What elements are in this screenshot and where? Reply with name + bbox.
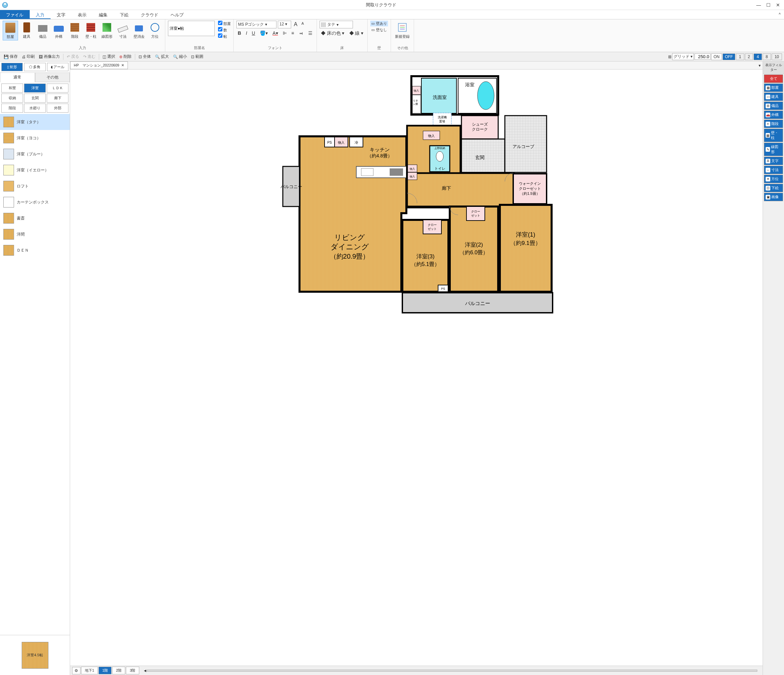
font-shrink-button[interactable]: A — [300, 21, 305, 28]
shape-tab-arc[interactable]: ◖ アール — [47, 63, 68, 71]
register-new-button[interactable]: 新規登録 — [394, 21, 411, 40]
canvas[interactable]: バルコニー PS 物入 冷 キッチン （約4.8畳） リビング ダイニング （約… — [70, 70, 763, 666]
wall-with-option[interactable]: ▭壁あり — [370, 21, 388, 27]
room-name-input[interactable] — [168, 21, 215, 36]
filter-dimension[interactable]: ↔寸法 — [764, 166, 783, 174]
filter-exterior[interactable]: 🚗外構 — [764, 111, 783, 119]
filter-fixture[interactable]: ▭建具 — [764, 93, 783, 101]
underline-button[interactable]: U — [250, 30, 257, 36]
level-2-button[interactable]: 2 — [745, 53, 753, 60]
align-center-button[interactable]: ≡ — [290, 30, 296, 36]
redo-button[interactable]: ↷進む — [81, 53, 97, 60]
roomtype-storage[interactable]: 収納 — [2, 94, 23, 103]
document-tab[interactable]: HP マンション_20220609 ✕ — [70, 61, 128, 69]
font-grow-button[interactable]: A — [292, 21, 299, 28]
floor-color-button[interactable]: ◆ 床の色 ▾ — [320, 30, 346, 37]
slider-left-icon[interactable]: ◄ — [143, 668, 147, 673]
document-tab-close[interactable]: ✕ — [121, 63, 124, 67]
menu-tab-text[interactable]: 文字 — [51, 10, 72, 19]
level-10-button[interactable]: 10 — [772, 53, 782, 60]
save-button[interactable]: 💾保存 — [2, 53, 19, 60]
filter-wall[interactable]: ▦壁・柱 — [764, 129, 783, 142]
ribbon-wallerase-button[interactable]: 壁消去 — [132, 21, 146, 40]
grid-off-toggle[interactable]: OFF — [723, 53, 735, 60]
filter-underlay[interactable]: ⊡下絵 — [764, 184, 783, 192]
menu-tab-cloud[interactable]: クラウド — [135, 10, 165, 19]
menu-tab-input[interactable]: 入力 — [30, 10, 51, 19]
floor-tab-b1[interactable]: 地下1 — [81, 667, 98, 674]
bold-button[interactable]: B — [236, 30, 243, 36]
floor-tab-3f[interactable]: 3階 — [126, 667, 139, 674]
filter-furniture[interactable]: ⊞備品 — [764, 101, 783, 110]
font-family-select[interactable]: MS Pゴシック ▾ — [236, 21, 277, 28]
expand-ribbon-button[interactable]: ^ — [775, 10, 784, 19]
check-jou[interactable]: 帖 — [218, 33, 231, 39]
roomtype-genkan[interactable]: 玄関 — [24, 94, 46, 103]
italic-button[interactable]: I — [244, 30, 249, 36]
select-button[interactable]: ◫選択 — [101, 53, 117, 60]
maximize-button[interactable]: ☐ — [766, 2, 771, 8]
fit-button[interactable]: ⊡全体 — [137, 53, 152, 60]
filter-room[interactable]: ▦部屋 — [764, 84, 783, 92]
menu-tab-help[interactable]: ヘルプ — [165, 10, 190, 19]
roomtype-ldk[interactable]: ＬＤＫ — [47, 84, 68, 93]
grid-value-input[interactable] — [695, 53, 711, 60]
floor-tab-2f[interactable]: 2階 — [112, 667, 125, 674]
grid-select[interactable]: グリッド ▾ — [672, 53, 694, 60]
range-button[interactable]: ⊡範囲 — [189, 53, 205, 60]
sub-tab-other[interactable]: その他 — [35, 73, 70, 82]
shape-tab-poly[interactable]: ⬠ 多角 — [24, 63, 45, 71]
level-1-button[interactable]: 1 — [736, 53, 744, 60]
ribbon-exterior-button[interactable]: 外構 — [51, 21, 66, 40]
style-loft[interactable]: ロフト — [0, 178, 70, 194]
ribbon-room-button[interactable]: 部屋 — [3, 21, 18, 41]
shape-tab-rect[interactable]: ▯ 矩形 — [2, 63, 23, 71]
filter-all[interactable]: 全て — [764, 75, 783, 83]
align-right-button[interactable]: ⫤ — [297, 30, 305, 36]
level-4-button[interactable]: 4 — [754, 53, 762, 60]
filter-line[interactable]: ✎線図形 — [764, 143, 783, 156]
roomtype-corridor[interactable]: 廊下 — [47, 94, 68, 103]
style-tate[interactable]: 洋室（タテ） — [0, 114, 70, 130]
roomtype-water[interactable]: 水廻り — [24, 104, 46, 112]
ribbon-fixture-button[interactable]: 建具 — [19, 21, 34, 40]
zoom-slider[interactable] — [147, 670, 757, 672]
print-button[interactable]: 🖨印刷 — [20, 53, 36, 60]
roomtype-youshitsu[interactable]: 洋室 — [24, 84, 46, 93]
menu-tab-view[interactable]: 表示 — [72, 10, 93, 19]
delete-button[interactable]: ⊗削除 — [118, 53, 133, 60]
zoom-in-button[interactable]: 🔍拡大 — [153, 53, 171, 60]
style-blue[interactable]: 洋室（ブルー） — [0, 146, 70, 162]
style-curtain[interactable]: カーテンボックス — [0, 194, 70, 210]
check-count[interactable]: 数 — [218, 27, 231, 33]
ribbon-wall-button[interactable]: 壁・柱 — [84, 21, 98, 40]
close-button[interactable]: ✕ — [776, 2, 780, 8]
minimize-button[interactable]: — — [756, 2, 761, 8]
check-room[interactable]: 部屋 — [218, 21, 231, 27]
undo-button[interactable]: ↶戻る — [65, 53, 81, 60]
ribbon-line-button[interactable]: 線図形 — [100, 21, 114, 40]
line-color-button[interactable]: ◆ 線 ▾ — [348, 30, 365, 37]
level-8-button[interactable]: 8 — [763, 53, 771, 60]
wall-without-option[interactable]: ▭壁なし — [370, 27, 388, 33]
menu-file[interactable]: ファイル — [0, 10, 30, 19]
sub-tab-normal[interactable]: 通常 — [0, 73, 35, 82]
align-left-button[interactable]: ⊫ — [282, 30, 288, 36]
menu-tab-edit[interactable]: 編集 — [93, 10, 114, 19]
font-color-button[interactable]: A▾ — [271, 30, 279, 36]
roomtype-stairs[interactable]: 階段 — [2, 104, 23, 112]
style-youma[interactable]: 洋間 — [0, 226, 70, 242]
menu-tab-underlay[interactable]: 下絵 — [114, 10, 135, 19]
floor-pattern-select[interactable]: タテ ▾ — [320, 21, 353, 28]
zoom-out-button[interactable]: 🔍縮小 — [171, 53, 189, 60]
style-yellow[interactable]: 洋室（イエロー） — [0, 162, 70, 178]
filter-stairs[interactable]: ≡階段 — [764, 120, 783, 128]
floor-settings-button[interactable]: ⚙ — [72, 667, 81, 674]
ribbon-furniture-button[interactable]: 備品 — [36, 21, 50, 40]
style-yoko[interactable]: 洋室（ヨコ） — [0, 130, 70, 146]
grid-on-toggle[interactable]: ON — [711, 53, 722, 60]
document-tabs-menu[interactable]: ▾ — [757, 63, 763, 68]
ribbon-stairs-button[interactable]: 階段 — [67, 21, 82, 40]
filter-text[interactable]: A文字 — [764, 157, 783, 165]
roomtype-washitsu[interactable]: 和室 — [2, 84, 23, 93]
